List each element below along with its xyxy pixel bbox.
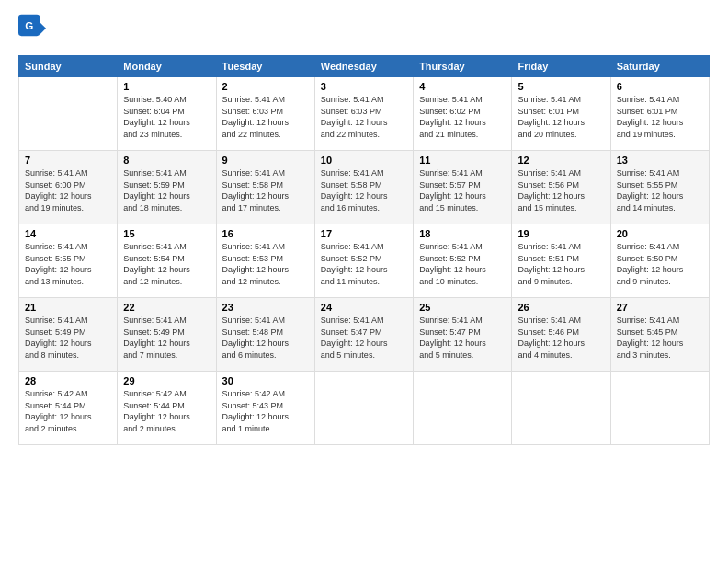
day-detail: Sunrise: 5:41 AM Sunset: 5:55 PM Dayligh… [25,241,111,287]
col-header-tuesday: Tuesday [216,56,314,77]
calendar-cell: 23Sunrise: 5:41 AM Sunset: 5:48 PM Dayli… [216,298,314,372]
svg-marker-1 [40,22,46,34]
day-number: 30 [222,375,309,386]
col-header-sunday: Sunday [19,56,118,77]
day-number: 27 [617,302,703,313]
day-detail: Sunrise: 5:41 AM Sunset: 6:02 PM Dayligh… [419,94,506,140]
calendar-cell: 12Sunrise: 5:41 AM Sunset: 5:56 PM Dayli… [512,151,610,224]
day-detail: Sunrise: 5:42 AM Sunset: 5:44 PM Dayligh… [123,388,210,434]
col-header-friday: Friday [512,56,610,77]
calendar-cell: 18Sunrise: 5:41 AM Sunset: 5:52 PM Dayli… [414,224,512,298]
calendar-cell: 20Sunrise: 5:41 AM Sunset: 5:50 PM Dayli… [610,224,709,298]
calendar-cell: 21Sunrise: 5:41 AM Sunset: 5:49 PM Dayli… [19,298,118,372]
calendar-cell [19,77,118,151]
day-detail: Sunrise: 5:41 AM Sunset: 5:47 PM Dayligh… [419,315,506,361]
day-number: 8 [123,155,210,166]
week-row-4: 21Sunrise: 5:41 AM Sunset: 5:49 PM Dayli… [19,298,710,372]
day-number: 17 [321,228,407,239]
day-detail: Sunrise: 5:41 AM Sunset: 5:53 PM Dayligh… [222,241,309,287]
svg-text:G: G [25,20,33,32]
calendar-cell: 22Sunrise: 5:41 AM Sunset: 5:49 PM Dayli… [118,298,216,372]
day-detail: Sunrise: 5:41 AM Sunset: 5:52 PM Dayligh… [321,241,407,287]
calendar-cell: 29Sunrise: 5:42 AM Sunset: 5:44 PM Dayli… [118,372,216,445]
calendar-cell [414,372,512,445]
day-number: 12 [518,155,604,166]
day-number: 11 [419,155,506,166]
day-detail: Sunrise: 5:41 AM Sunset: 6:01 PM Dayligh… [518,94,604,140]
day-number: 1 [123,81,210,92]
day-number: 5 [518,81,604,92]
day-number: 3 [321,81,407,92]
day-detail: Sunrise: 5:40 AM Sunset: 6:04 PM Dayligh… [123,94,210,140]
day-detail: Sunrise: 5:41 AM Sunset: 5:58 PM Dayligh… [321,167,407,213]
day-number: 10 [321,155,407,166]
calendar-cell: 15Sunrise: 5:41 AM Sunset: 5:54 PM Dayli… [118,224,216,298]
calendar-cell: 28Sunrise: 5:42 AM Sunset: 5:44 PM Dayli… [19,372,118,445]
calendar-cell [610,372,709,445]
day-number: 29 [123,375,210,386]
day-number: 18 [419,228,506,239]
calendar-cell: 13Sunrise: 5:41 AM Sunset: 5:55 PM Dayli… [610,151,709,224]
header-row: SundayMondayTuesdayWednesdayThursdayFrid… [19,56,710,77]
calendar-cell: 9Sunrise: 5:41 AM Sunset: 5:58 PM Daylig… [216,151,314,224]
col-header-monday: Monday [118,56,216,77]
calendar-cell: 7Sunrise: 5:41 AM Sunset: 6:00 PM Daylig… [19,151,118,224]
day-number: 4 [419,81,506,92]
calendar-cell: 5Sunrise: 5:41 AM Sunset: 6:01 PM Daylig… [512,77,610,151]
day-number: 21 [25,302,111,313]
day-detail: Sunrise: 5:41 AM Sunset: 5:51 PM Dayligh… [518,241,604,287]
calendar-cell: 25Sunrise: 5:41 AM Sunset: 5:47 PM Dayli… [414,298,512,372]
day-detail: Sunrise: 5:41 AM Sunset: 5:49 PM Dayligh… [25,315,111,361]
logo-icon: G [18,14,46,46]
day-detail: Sunrise: 5:41 AM Sunset: 5:54 PM Dayligh… [123,241,210,287]
day-detail: Sunrise: 5:42 AM Sunset: 5:44 PM Dayligh… [25,388,111,434]
day-detail: Sunrise: 5:41 AM Sunset: 5:50 PM Dayligh… [617,241,703,287]
day-detail: Sunrise: 5:41 AM Sunset: 6:03 PM Dayligh… [321,94,407,140]
day-number: 19 [518,228,604,239]
calendar-cell: 8Sunrise: 5:41 AM Sunset: 5:59 PM Daylig… [118,151,216,224]
day-number: 16 [222,228,309,239]
day-detail: Sunrise: 5:41 AM Sunset: 5:56 PM Dayligh… [518,167,604,213]
calendar-cell: 11Sunrise: 5:41 AM Sunset: 5:57 PM Dayli… [414,151,512,224]
day-detail: Sunrise: 5:42 AM Sunset: 5:43 PM Dayligh… [222,388,309,434]
calendar-cell: 30Sunrise: 5:42 AM Sunset: 5:43 PM Dayli… [216,372,314,445]
day-number: 22 [123,302,210,313]
calendar-cell: 14Sunrise: 5:41 AM Sunset: 5:55 PM Dayli… [19,224,118,298]
day-number: 24 [321,302,407,313]
day-detail: Sunrise: 5:41 AM Sunset: 5:58 PM Dayligh… [222,167,309,213]
calendar-cell: 24Sunrise: 5:41 AM Sunset: 5:47 PM Dayli… [314,298,413,372]
day-detail: Sunrise: 5:41 AM Sunset: 5:57 PM Dayligh… [419,167,506,213]
day-number: 13 [617,155,703,166]
calendar-cell: 6Sunrise: 5:41 AM Sunset: 6:01 PM Daylig… [610,77,709,151]
calendar-cell: 4Sunrise: 5:41 AM Sunset: 6:02 PM Daylig… [414,77,512,151]
day-detail: Sunrise: 5:41 AM Sunset: 5:46 PM Dayligh… [518,315,604,361]
calendar-cell: 1Sunrise: 5:40 AM Sunset: 6:04 PM Daylig… [118,77,216,151]
day-number: 7 [25,155,111,166]
week-row-2: 7Sunrise: 5:41 AM Sunset: 6:00 PM Daylig… [19,151,710,224]
day-detail: Sunrise: 5:41 AM Sunset: 6:01 PM Dayligh… [617,94,703,140]
day-detail: Sunrise: 5:41 AM Sunset: 5:47 PM Dayligh… [321,315,407,361]
calendar-cell: 26Sunrise: 5:41 AM Sunset: 5:46 PM Dayli… [512,298,610,372]
day-detail: Sunrise: 5:41 AM Sunset: 5:52 PM Dayligh… [419,241,506,287]
day-detail: Sunrise: 5:41 AM Sunset: 6:03 PM Dayligh… [222,94,309,140]
header: G [18,14,710,46]
day-number: 14 [25,228,111,239]
col-header-saturday: Saturday [610,56,709,77]
logo: G [18,14,50,46]
day-number: 26 [518,302,604,313]
day-number: 28 [25,375,111,386]
day-detail: Sunrise: 5:41 AM Sunset: 5:48 PM Dayligh… [222,315,309,361]
calendar-table: SundayMondayTuesdayWednesdayThursdayFrid… [18,55,710,445]
day-number: 20 [617,228,703,239]
calendar-cell: 10Sunrise: 5:41 AM Sunset: 5:58 PM Dayli… [314,151,413,224]
calendar-cell: 17Sunrise: 5:41 AM Sunset: 5:52 PM Dayli… [314,224,413,298]
week-row-3: 14Sunrise: 5:41 AM Sunset: 5:55 PM Dayli… [19,224,710,298]
calendar-page: G SundayMondayTuesdayWednesdayThursdayFr… [0,0,728,563]
day-number: 23 [222,302,309,313]
day-number: 6 [617,81,703,92]
day-detail: Sunrise: 5:41 AM Sunset: 5:55 PM Dayligh… [617,167,703,213]
calendar-cell: 19Sunrise: 5:41 AM Sunset: 5:51 PM Dayli… [512,224,610,298]
day-detail: Sunrise: 5:41 AM Sunset: 6:00 PM Dayligh… [25,167,111,213]
day-number: 15 [123,228,210,239]
day-detail: Sunrise: 5:41 AM Sunset: 5:45 PM Dayligh… [617,315,703,361]
